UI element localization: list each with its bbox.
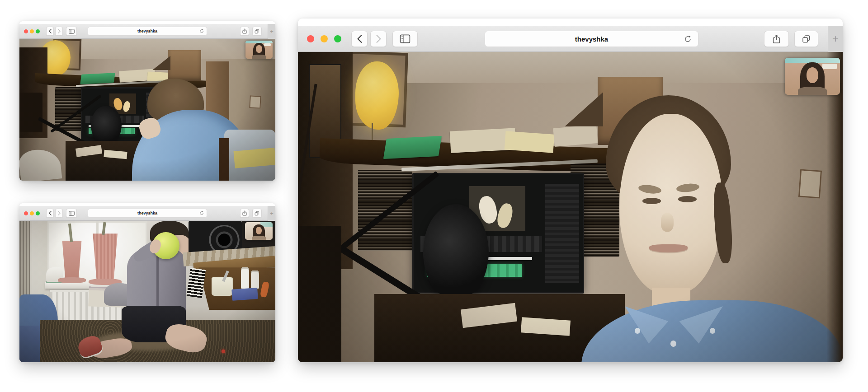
tab-overview-button[interactable] [794, 31, 818, 47]
tab-overview-icon [255, 29, 259, 34]
new-tab-button[interactable]: + [828, 26, 843, 52]
browser-toolbar: thevyshka + [19, 24, 275, 39]
vignette [19, 221, 275, 362]
reload-icon[interactable] [199, 211, 204, 215]
zoom-button[interactable] [36, 211, 40, 215]
new-tab-plus-icon: + [832, 33, 839, 45]
reload-icon[interactable] [684, 35, 692, 43]
forward-chevron-icon [57, 29, 61, 33]
address-bar[interactable]: thevyshka [88, 27, 207, 36]
browser-window-large: thevyshka + [298, 19, 843, 362]
new-tab-button[interactable]: + [268, 24, 275, 39]
sidebar-toggle-icon [69, 29, 75, 34]
forward-chevron-icon [376, 35, 382, 43]
desktop-canvas: thevyshka + [0, 0, 868, 392]
sidebar-toggle-button[interactable] [66, 27, 77, 36]
forward-button[interactable] [55, 27, 63, 36]
back-button[interactable] [46, 209, 54, 218]
minimize-button[interactable] [30, 211, 34, 215]
self-view-thumbnail [245, 222, 273, 240]
new-tab-plus-icon: + [270, 28, 274, 35]
vignette [298, 52, 843, 362]
minimize-button[interactable] [321, 35, 328, 42]
self-view-thumbnail [785, 58, 840, 95]
pip-air-conditioner [822, 64, 837, 69]
pip-air-conditioner [264, 43, 271, 46]
sidebar-toggle-button[interactable] [66, 209, 77, 218]
share-icon [242, 28, 247, 34]
vignette [19, 39, 275, 181]
sidebar-toggle-icon [69, 211, 75, 216]
tab-overview-icon [802, 35, 811, 43]
browser-window-small-bottom: thevyshka + [19, 203, 275, 362]
address-text: thevyshka [575, 35, 608, 43]
pip-woman-body [798, 87, 826, 95]
scene-man-back [19, 39, 275, 181]
back-button[interactable] [351, 31, 368, 47]
share-button[interactable] [240, 27, 249, 36]
share-button[interactable] [240, 209, 249, 218]
close-button[interactable] [24, 211, 28, 215]
browser-toolbar: thevyshka + [298, 26, 843, 52]
zoom-button[interactable] [334, 35, 341, 42]
address-bar[interactable]: thevyshka [88, 209, 207, 218]
self-view-thumbnail [245, 41, 273, 59]
pip-woman-face [256, 45, 262, 53]
sidebar-toggle-icon [400, 34, 410, 43]
new-tab-plus-icon: + [270, 210, 274, 217]
scene-man-front [298, 52, 843, 362]
zoom-button[interactable] [36, 29, 40, 33]
pip-woman-body [252, 55, 266, 59]
back-chevron-icon [48, 211, 52, 215]
new-tab-button[interactable]: + [268, 206, 275, 221]
reload-icon[interactable] [199, 29, 204, 33]
back-chevron-icon [48, 29, 52, 33]
tab-overview-button[interactable] [252, 27, 262, 36]
forward-button[interactable] [370, 31, 387, 47]
address-bar[interactable]: thevyshka [485, 31, 698, 47]
video-call-view [19, 221, 275, 362]
window-cap [298, 19, 843, 26]
forward-chevron-icon [57, 211, 61, 215]
share-icon [773, 34, 780, 44]
pip-woman-face [256, 227, 262, 234]
video-call-view [19, 39, 275, 181]
back-button[interactable] [46, 27, 54, 36]
pip-woman-face [807, 67, 819, 83]
back-chevron-icon [357, 35, 363, 43]
share-button[interactable] [764, 31, 789, 47]
browser-window-small-top: thevyshka + [19, 21, 275, 181]
pip-woman-body [252, 236, 266, 240]
close-button[interactable] [307, 35, 314, 42]
address-text: thevyshka [137, 29, 157, 33]
video-call-view [298, 52, 843, 362]
scene-man-drinking [19, 221, 275, 362]
tab-overview-button[interactable] [252, 209, 262, 218]
share-icon [242, 210, 247, 216]
close-button[interactable] [24, 29, 28, 33]
minimize-button[interactable] [30, 29, 34, 33]
browser-toolbar: thevyshka + [19, 206, 275, 221]
address-text: thevyshka [137, 211, 157, 215]
tab-overview-icon [255, 211, 259, 216]
sidebar-toggle-button[interactable] [392, 31, 418, 47]
forward-button[interactable] [55, 209, 63, 218]
